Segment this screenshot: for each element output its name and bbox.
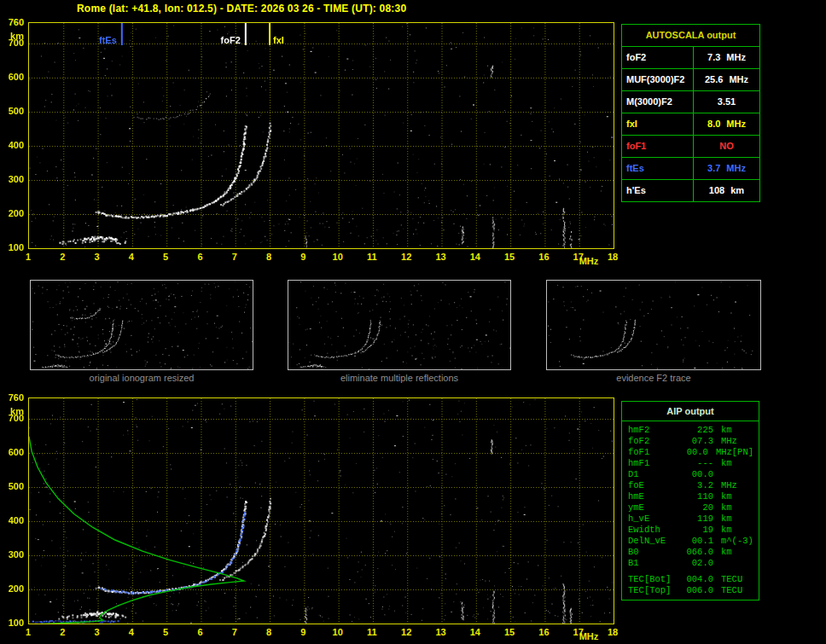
x-tick-label: 12 — [397, 628, 416, 636]
aip-tec-section: TEC[Bot]004.0TECUTEC[Top]006.0TECU — [621, 571, 759, 600]
thumb-no-multiples-canvas — [288, 281, 510, 369]
autoscala-output-title: AUTOSCALA output — [622, 25, 759, 47]
aip-cell: 00.1 — [681, 536, 713, 547]
autoscala-row-h'Es: h'Es108km — [622, 180, 759, 201]
y-tick-label: 600 — [0, 73, 24, 81]
autoscala-row-fxI: fxI8.0MHz — [622, 113, 759, 136]
station-date-title: Rome (lat: +41.8, lon: 012.5) - DATE: 20… — [77, 3, 406, 15]
autoscala-param-label: MUF(3000)F2 — [622, 69, 694, 90]
aip-cell: km — [721, 525, 732, 536]
x-tick-label: 11 — [363, 252, 381, 261]
aip-cell: MHz — [721, 436, 737, 447]
x-tick-label: 10 — [329, 628, 347, 636]
autoscala-param-label: fxI — [622, 113, 694, 135]
y-tick-label: 100 — [0, 618, 24, 627]
marker-label-foF2: foF2 — [210, 36, 241, 44]
x-tick-label: 3 — [88, 252, 107, 261]
autoscala-param-value: 8.0MHz — [694, 113, 759, 135]
aip-cell: DelN_vE — [628, 536, 681, 547]
aip-output-box: AIP output hmF2225kmfoF207.3MHzfoF100.0M… — [621, 401, 759, 572]
aip-row-foF1: foF100.0MHz[PN] — [628, 447, 753, 458]
aip-row-D1: D100.0 — [628, 469, 753, 480]
aip-row-ymE: ymE20km — [628, 502, 753, 513]
ionogram-profile-canvas — [29, 398, 614, 624]
thumb-f2-trace-canvas — [547, 281, 760, 369]
autoscala-param-label: foF2 — [622, 47, 694, 68]
thumb-original-ionogram — [30, 280, 253, 370]
x-tick-label: 16 — [534, 628, 553, 636]
x-tick-label: 3 — [88, 628, 107, 636]
aip-row-TEC[Bot]: TEC[Bot]004.0TECU — [628, 574, 753, 585]
aip-row-B1: B102.0 — [628, 558, 753, 569]
y-tick-label: 200 — [0, 209, 24, 218]
aip-cell: TEC[Bot] — [628, 574, 681, 585]
marker-label-ftEs: ftEs — [86, 36, 117, 44]
ionogram-profile-panel — [28, 397, 614, 624]
aip-cell: MHz — [721, 480, 737, 491]
x-axis-unit: MHz — [573, 632, 604, 641]
x-tick-label: 9 — [294, 252, 312, 261]
aip-cell: Ewidth — [628, 525, 681, 536]
x-tick-label: 18 — [603, 628, 622, 636]
aip-output-panel: AIP output hmF2225kmfoF207.3MHzfoF100.0M… — [621, 401, 759, 600]
autoscala-row-foF1: foF1NO — [622, 136, 759, 158]
x-tick-label: 2 — [53, 252, 72, 261]
autoscala-output-panel: AUTOSCALA output foF27.3MHzMUF(3000)F225… — [621, 24, 760, 202]
autoscala-param-label: foF1 — [622, 136, 694, 157]
autoscala-param-label: ftEs — [622, 158, 694, 179]
thumb-original-canvas — [31, 281, 253, 369]
aip-cell: B0 — [628, 547, 681, 558]
x-tick-label: 6 — [190, 252, 209, 261]
aip-row-TEC[Top]: TEC[Top]006.0TECU — [628, 585, 753, 596]
x-axis-unit: MHz — [573, 257, 604, 265]
aip-cell: 3.2 — [681, 480, 713, 491]
x-tick-label: 14 — [466, 252, 485, 261]
aip-row-hmF2: hmF2225km — [628, 425, 753, 436]
aip-cell: 119 — [681, 513, 713, 525]
aip-row-foE: foE3.2MHz — [628, 480, 753, 491]
autoscala-rows: foF27.3MHzMUF(3000)F225.6MHzM(3000)F23.5… — [622, 47, 759, 201]
aip-cell: m^(-3) — [721, 536, 753, 547]
aip-cell: --- — [681, 458, 713, 469]
aip-cell: hmF2 — [628, 425, 681, 436]
x-tick-label: 8 — [259, 628, 278, 636]
aip-cell: B1 — [628, 558, 681, 569]
aip-cell: 00.0 — [678, 447, 708, 458]
aip-row-DelN_vE: DelN_vE00.1m^(-3) — [628, 536, 753, 547]
y-tick-label: 760 — [0, 18, 24, 26]
x-tick-label: 15 — [500, 252, 519, 261]
x-tick-label: 10 — [329, 252, 347, 261]
y-tick-label: 200 — [0, 584, 24, 593]
aip-cell: MHz — [716, 447, 732, 458]
aip-output-title: AIP output — [622, 402, 759, 421]
thumb-no-multiples-caption: eliminate multiple reflections — [288, 373, 511, 383]
ionogram-main-canvas — [29, 23, 614, 248]
x-tick-label: 1 — [19, 628, 38, 636]
autoscala-screen: Rome (lat: +41.8, lon: 012.5) - DATE: 20… — [0, 0, 826, 644]
x-tick-label: 5 — [156, 628, 175, 636]
ionogram-main-panel — [28, 22, 614, 249]
aip-cell: 00.0 — [681, 469, 713, 480]
aip-cell: foF2 — [628, 436, 681, 447]
x-tick-label: 18 — [603, 252, 622, 261]
autoscala-param-value: 25.6MHz — [694, 69, 759, 90]
y-tick-label: 500 — [0, 482, 24, 490]
aip-cell: km — [721, 458, 732, 469]
aip-cell: km — [721, 547, 732, 558]
aip-cell: TECU — [721, 585, 742, 596]
y-tick-label: 500 — [0, 107, 24, 115]
aip-cell: 066.0 — [681, 547, 713, 558]
y-axis-unit: km — [0, 32, 24, 40]
autoscala-row-ftEs: ftEs3.7MHz — [622, 158, 759, 180]
y-tick-label: 400 — [0, 516, 24, 525]
aip-cell: km — [721, 513, 732, 525]
x-tick-label: 15 — [500, 628, 519, 636]
x-tick-label: 4 — [122, 628, 141, 636]
autoscala-row-foF2: foF27.3MHz — [622, 47, 759, 69]
thumb-f2-trace-caption: evidence F2 trace — [546, 373, 761, 383]
x-tick-label: 11 — [363, 628, 381, 636]
aip-cell: 004.0 — [681, 574, 713, 585]
aip-cell: km — [721, 491, 732, 502]
x-tick-label: 16 — [534, 252, 553, 261]
aip-cell: 20 — [681, 502, 713, 513]
